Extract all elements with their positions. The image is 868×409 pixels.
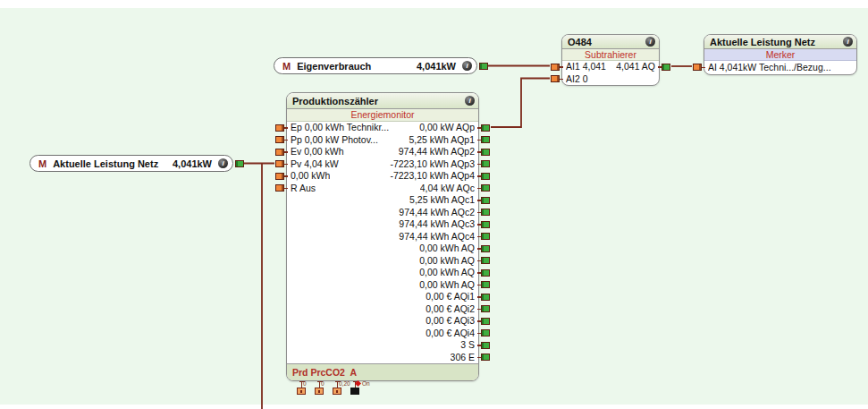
input-label: 0,00 kWh <box>291 170 330 183</box>
output-label: 5,25 kWh AQp1 <box>409 134 475 147</box>
output-pin[interactable] <box>481 305 490 312</box>
input-label: AI 4,041kW Techni.../Bezug... <box>708 61 831 74</box>
input-pin[interactable] <box>275 173 284 180</box>
output-pin[interactable] <box>481 294 490 301</box>
output-label: -7223,10 kWh AQp4 <box>390 170 475 183</box>
param-value: On <box>362 380 370 387</box>
io-row: AI2 0 <box>562 73 659 86</box>
output-pin[interactable] <box>481 209 490 216</box>
output-pin[interactable] <box>481 124 490 132</box>
param-connector[interactable] <box>297 388 306 395</box>
block-type-label: Merker <box>704 49 856 61</box>
wire-aqp-to-ai2[interactable] <box>491 79 550 128</box>
info-icon[interactable]: i <box>218 158 228 168</box>
output-pin[interactable] <box>481 173 490 180</box>
output-pin[interactable] <box>481 354 490 361</box>
output-pin[interactable] <box>481 257 490 264</box>
input-label: Pv 4,04 kW <box>291 158 339 171</box>
output-pin[interactable] <box>481 245 490 252</box>
param-value: 0 <box>321 380 324 387</box>
output-pin[interactable] <box>481 233 490 240</box>
input-pin[interactable] <box>275 160 284 167</box>
io-row: 0,00 kWh AQ <box>287 255 478 268</box>
io-row: 5,25 kWh AQc1 <box>287 194 478 207</box>
param-connector[interactable] <box>350 388 359 395</box>
logic-editor-canvas: M Eigenverbrauch 4,041kW i M Aktuelle Le… <box>0 0 868 409</box>
input-pin[interactable] <box>551 64 560 71</box>
output-pin[interactable] <box>481 318 490 325</box>
output-pin[interactable] <box>235 160 244 167</box>
output-pin[interactable] <box>481 281 490 288</box>
output-label: 0,00 € AQi4 <box>426 328 475 340</box>
output-label: -7223,10 kWh AQp3 <box>390 158 475 171</box>
output-label: 4,04 kW AQc <box>420 183 475 195</box>
output-pin[interactable] <box>481 221 490 228</box>
input-pin[interactable] <box>275 149 284 156</box>
param-connector[interactable] <box>315 388 324 395</box>
io-row: 0,00 € AQi4 <box>287 328 478 340</box>
block-title: Aktuelle Leistung Netz <box>710 37 843 47</box>
io-row: 974,44 kWh AQc3 <box>287 218 478 231</box>
param-connector[interactable] <box>333 388 341 395</box>
block-type-label: Energiemonitor <box>287 109 478 122</box>
marker-label-aktuelle-leistung-netz[interactable]: M Aktuelle Leistung Netz 4,041kW i <box>29 155 233 172</box>
input-label: Ep 0,00 kWh Technikr... <box>291 122 389 134</box>
output-pin[interactable] <box>481 329 490 337</box>
output-label: 0,00 kWh AQ <box>419 267 475 279</box>
input-pin[interactable] <box>275 184 284 192</box>
block-title: O484 <box>568 37 645 47</box>
info-icon[interactable]: i <box>843 37 853 47</box>
output-pin[interactable] <box>481 197 490 204</box>
io-row: Pv 4,04 kW-7223,10 kWh AQp3 <box>287 158 478 171</box>
input-pin[interactable] <box>275 136 284 143</box>
block-footer: Prd PrcCO2 A <box>287 363 478 380</box>
input-pin[interactable] <box>275 124 284 132</box>
output-label: 974,44 kWh AQc2 <box>399 207 475 219</box>
output-label: 4,041 AQ <box>616 61 655 73</box>
output-pin[interactable] <box>481 149 490 156</box>
output-label: 0,00 kW AQp <box>419 122 475 134</box>
io-row: 0,00 € AQi1 <box>287 291 478 303</box>
input-pin[interactable] <box>551 75 560 82</box>
output-label: 306 E <box>451 352 475 364</box>
input-label: Ev 0,00 kWh <box>291 146 344 158</box>
output-pin[interactable] <box>481 184 490 192</box>
output-pin[interactable] <box>662 64 670 71</box>
energiemonitor-block[interactable]: Produktionszähler i Energiemonitor Ep 0,… <box>286 92 479 381</box>
output-pin[interactable] <box>479 63 488 70</box>
marker-name: Eigenverbrauch <box>297 61 371 72</box>
output-pin[interactable] <box>481 136 490 143</box>
block-title: Produktionszähler <box>292 96 465 107</box>
marker-name: Aktuelle Leistung Netz <box>53 158 158 169</box>
input-pin[interactable] <box>693 64 702 71</box>
output-label: 974,44 kWh AQc4 <box>399 231 475 243</box>
block-type-label: Subtrahierer <box>562 49 659 61</box>
marker-type-letter: M <box>38 158 46 169</box>
output-label: 0,00 kWh AQ <box>419 255 475 268</box>
marker-type-letter: M <box>282 61 291 72</box>
output-pin[interactable] <box>481 160 490 167</box>
marker-label-eigenverbrauch[interactable]: M Eigenverbrauch 4,041kW i <box>274 57 477 74</box>
output-label: 0,00 kWh AQ <box>419 279 475 292</box>
output-label: 5,25 kWh AQc1 <box>409 194 475 207</box>
output-pin[interactable] <box>481 269 490 277</box>
info-icon[interactable]: i <box>645 37 655 47</box>
info-icon[interactable]: i <box>462 61 472 71</box>
marker-value: 4,041kW <box>173 158 212 169</box>
param-strip: 000,20On <box>286 381 479 403</box>
io-row: R Aus4,04 kW AQc <box>287 183 478 195</box>
output-label: 0,00 € AQi2 <box>426 303 475 316</box>
output-label: 0,00 kWh AQ <box>419 243 475 255</box>
block-header: Produktionszähler i <box>287 93 478 109</box>
output-label: 0,00 € AQi1 <box>426 291 475 303</box>
io-row: AI1 4,0414,041 AQ <box>562 61 659 73</box>
merker-block[interactable]: Aktuelle Leistung Netz i Merker AI 4,041… <box>704 34 857 75</box>
io-row: 974,44 kWh AQc4 <box>287 231 478 243</box>
io-row: 0,00 € AQi3 <box>287 315 478 328</box>
info-icon[interactable]: i <box>465 96 475 106</box>
io-row: AI 4,041kW Techni.../Bezug... <box>704 61 856 74</box>
io-row: Ep 0,00 kWh Technikr...0,00 kW AQp <box>287 122 478 134</box>
output-pin[interactable] <box>481 342 490 349</box>
subtrahierer-block[interactable]: O484 i Subtrahierer AI1 4,0414,041 AQAI2… <box>561 34 660 86</box>
param-value: 0,20 <box>339 380 350 387</box>
